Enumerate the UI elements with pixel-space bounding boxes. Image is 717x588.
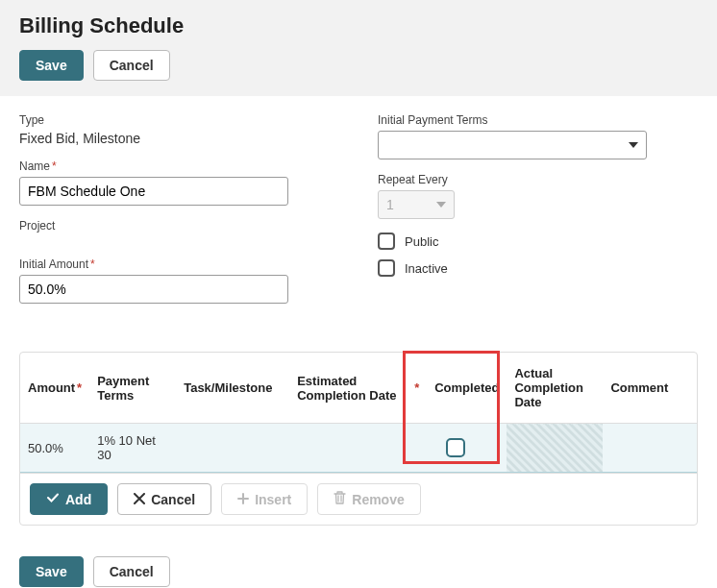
- close-icon: [134, 492, 145, 507]
- cell-task-milestone[interactable]: [176, 424, 289, 473]
- public-checkbox[interactable]: [378, 233, 395, 250]
- initial-amount-input[interactable]: [19, 275, 288, 304]
- form-right-column: Initial Payment Terms Repeat Every 1 Pub…: [378, 113, 698, 317]
- insert-button: Insert: [221, 483, 308, 515]
- chevron-down-icon: [436, 202, 446, 208]
- col-actual-completion-date: Actual Completion Date: [507, 353, 603, 424]
- cell-completed[interactable]: [405, 424, 507, 473]
- project-label: Project: [19, 219, 339, 233]
- table-actions: Add Cancel Insert Remove: [20, 473, 697, 525]
- cancel-row-button[interactable]: Cancel: [117, 483, 211, 515]
- check-icon: [46, 491, 60, 507]
- trash-icon: [334, 491, 346, 507]
- cell-actual-completion-date: [507, 424, 603, 473]
- cell-payment-terms[interactable]: 1% 10 Net 30: [89, 424, 176, 473]
- repeat-every-label: Repeat Every: [378, 173, 698, 186]
- inactive-checkbox[interactable]: [378, 259, 395, 277]
- col-required-marker: *: [405, 353, 427, 424]
- page-title: Billing Schedule: [19, 13, 698, 38]
- cancel-button[interactable]: Cancel: [93, 50, 170, 81]
- col-estimated-completion-date: Estimated Completion Date: [289, 353, 405, 424]
- public-label: Public: [405, 234, 438, 249]
- footer-actions: Save Cancel: [0, 545, 717, 588]
- name-field: Name*: [19, 159, 339, 206]
- remove-button: Remove: [317, 483, 420, 515]
- public-checkbox-row: Public: [378, 233, 698, 250]
- save-button-footer[interactable]: Save: [19, 556, 84, 587]
- project-field: Project: [19, 219, 339, 233]
- form-area: Type Fixed Bid, Milestone Name* Project …: [0, 96, 717, 344]
- cell-amount[interactable]: 50.0%: [20, 424, 89, 473]
- header: Billing Schedule Save Cancel: [0, 0, 717, 96]
- initial-amount-field: Initial Amount*: [19, 257, 339, 304]
- initial-payment-terms-field: Initial Payment Terms: [378, 113, 698, 159]
- initial-payment-terms-label: Initial Payment Terms: [378, 113, 698, 127]
- completed-checkbox[interactable]: [446, 438, 465, 457]
- type-label: Type: [19, 113, 339, 127]
- table-row[interactable]: 50.0% 1% 10 Net 30: [20, 424, 697, 473]
- initial-payment-terms-select[interactable]: [378, 131, 647, 159]
- inactive-label: Inactive: [405, 261, 448, 276]
- table: Amount* Payment Terms Task/Milestone Est…: [20, 353, 697, 473]
- save-button[interactable]: Save: [19, 50, 84, 81]
- col-comment: Comment: [603, 353, 697, 424]
- cell-estimated-completion-date[interactable]: [289, 424, 405, 473]
- col-completed: Completed: [427, 353, 507, 424]
- col-amount: Amount*: [20, 353, 89, 424]
- cell-comment[interactable]: [603, 424, 697, 473]
- type-field: Type Fixed Bid, Milestone: [19, 113, 339, 146]
- repeat-every-field: Repeat Every 1: [378, 173, 698, 219]
- inactive-checkbox-row: Inactive: [378, 259, 698, 277]
- initial-amount-label: Initial Amount*: [19, 257, 339, 271]
- name-label: Name*: [19, 159, 339, 173]
- header-actions: Save Cancel: [19, 50, 698, 81]
- col-payment-terms: Payment Terms: [89, 353, 176, 424]
- add-button[interactable]: Add: [30, 483, 108, 515]
- milestone-table: Amount* Payment Terms Task/Milestone Est…: [19, 352, 698, 526]
- name-input[interactable]: [19, 177, 288, 206]
- form-left-column: Type Fixed Bid, Milestone Name* Project …: [19, 113, 339, 317]
- chevron-down-icon: [629, 142, 638, 148]
- plus-icon: [237, 492, 249, 507]
- cancel-button-footer[interactable]: Cancel: [93, 556, 170, 587]
- repeat-every-select: 1: [378, 190, 455, 219]
- col-task-milestone: Task/Milestone: [176, 353, 289, 424]
- type-value: Fixed Bid, Milestone: [19, 131, 339, 146]
- table-header-row: Amount* Payment Terms Task/Milestone Est…: [20, 353, 697, 424]
